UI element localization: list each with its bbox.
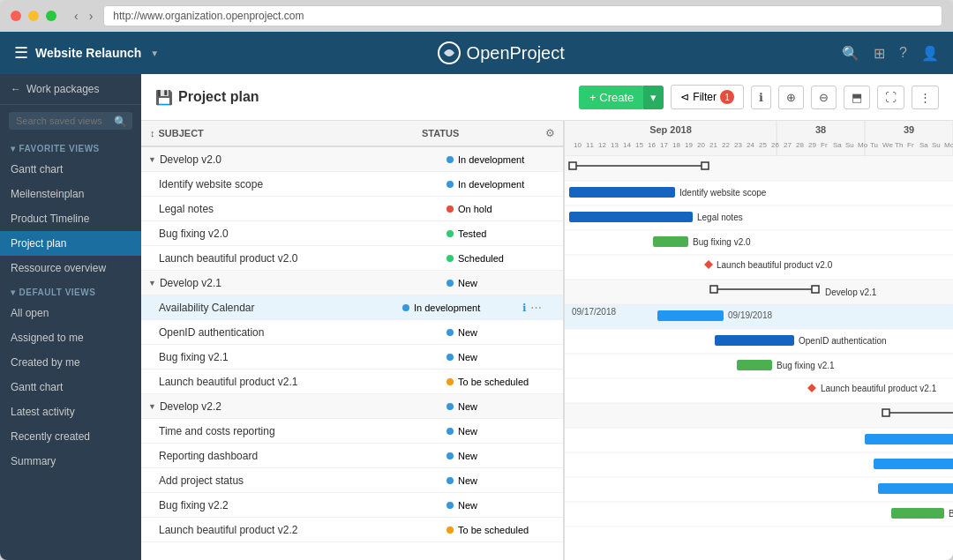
group-toggle[interactable]: ▼ bbox=[148, 279, 156, 287]
project-dropdown-arrow[interactable]: ▼ bbox=[150, 49, 159, 58]
sidebar-item-gantt-chart-2[interactable]: Gantt chart bbox=[0, 375, 141, 399]
task-status: On hold bbox=[439, 200, 563, 218]
status-label: To be scheduled bbox=[458, 377, 529, 387]
table-row[interactable]: Availability Calendar In development ℹ ⋯ bbox=[141, 295, 563, 320]
project-name[interactable]: Website Relaunch bbox=[35, 46, 141, 60]
task-subject: Identify website scope bbox=[141, 175, 439, 194]
top-bar: ☰ Website Relaunch ▼ OpenProject 🔍 ⊞ ? 👤 bbox=[0, 32, 953, 74]
sidebar-item-label: Ressource overview bbox=[11, 262, 106, 274]
table-row[interactable]: Launch beautiful product v2.2 To be sche… bbox=[141, 518, 563, 542]
week-label-39: 39 bbox=[904, 124, 914, 135]
sidebar-item-all-open[interactable]: All open bbox=[0, 301, 141, 325]
export-button[interactable]: ⬒ bbox=[844, 86, 870, 109]
svg-text:We: We bbox=[882, 141, 893, 149]
table-row[interactable]: OpenID authentication New bbox=[141, 320, 563, 345]
task-label: Develop v2.1 bbox=[160, 277, 221, 289]
user-icon[interactable]: 👤 bbox=[921, 45, 939, 62]
sidebar-item-product-timeline[interactable]: Product Timeline bbox=[0, 206, 141, 231]
table-row[interactable]: Reporting dashboard New bbox=[141, 444, 563, 468]
col-settings-header[interactable]: ⚙ bbox=[537, 121, 563, 146]
group-toggle[interactable]: ▼ bbox=[148, 402, 156, 411]
filter-count-badge: 1 bbox=[720, 90, 734, 104]
task-label: Develop v2.2 bbox=[160, 400, 221, 413]
table-row[interactable]: Launch beautiful product v2.1 To be sche… bbox=[141, 370, 563, 394]
gantt-bar-label: Legal notes bbox=[697, 213, 743, 222]
status-label: In development bbox=[458, 154, 524, 165]
sidebar-item-created-by-me[interactable]: Created by me bbox=[0, 350, 141, 375]
table-row[interactable]: Add project status New bbox=[141, 468, 563, 493]
zoom-in-button[interactable]: ⊕ bbox=[778, 86, 804, 109]
filter-button[interactable]: ⊲ Filter 1 bbox=[671, 85, 744, 109]
gantt-bar bbox=[569, 187, 675, 198]
apps-icon[interactable]: ⊞ bbox=[874, 45, 885, 62]
gantt-bar bbox=[874, 459, 953, 469]
task-subject: Time and costs reporting bbox=[141, 422, 439, 441]
gantt-group-label: Develop v2.1 bbox=[825, 287, 877, 297]
more-options-button[interactable]: ⋮ bbox=[912, 86, 939, 109]
table-row[interactable]: ▼ Develop v2.1 New bbox=[141, 271, 563, 295]
svg-rect-65 bbox=[565, 526, 953, 544]
svg-text:22: 22 bbox=[722, 141, 730, 149]
content-area: 💾 Project plan + Create ▾ ⊲ Filter 1 bbox=[141, 74, 953, 560]
sidebar-item-ressource-overview[interactable]: Ressource overview bbox=[0, 256, 141, 280]
table-row[interactable]: Identify website scope In development bbox=[141, 172, 563, 197]
sidebar-item-gantt-chart-1[interactable]: Gantt chart bbox=[0, 157, 141, 182]
group-toggle[interactable]: ▼ bbox=[148, 155, 156, 164]
task-subject: Bug fixing v2.1 bbox=[141, 347, 439, 367]
table-row[interactable]: ▼ Develop v2.2 New bbox=[141, 394, 563, 419]
url-bar[interactable]: http://www.organization.openproject.com bbox=[103, 5, 942, 26]
table-row[interactable]: ▼ Develop v2.0 In development bbox=[141, 147, 563, 172]
sidebar-item-label: Gantt chart bbox=[11, 381, 63, 393]
table-row[interactable]: Bug fixing v2.1 New bbox=[141, 345, 563, 370]
svg-text:15: 15 bbox=[635, 141, 643, 149]
search-icon[interactable]: 🔍 bbox=[842, 45, 859, 62]
sidebar-item-assigned-to-me[interactable]: Assigned to me bbox=[0, 325, 141, 350]
sidebar-item-project-plan[interactable]: Project plan bbox=[0, 231, 141, 256]
maximize-button[interactable] bbox=[46, 11, 56, 21]
more-icon[interactable]: ⋯ bbox=[530, 301, 542, 314]
hamburger-button[interactable]: ☰ bbox=[14, 43, 28, 63]
back-arrow[interactable]: ‹ bbox=[71, 7, 82, 25]
sidebar-item-label: Project plan bbox=[11, 237, 66, 250]
status-label: In development bbox=[414, 302, 480, 313]
gantt-bar bbox=[737, 360, 772, 370]
svg-rect-55 bbox=[565, 280, 953, 304]
create-dropdown-button[interactable]: ▾ bbox=[643, 86, 664, 109]
create-button[interactable]: + Create bbox=[579, 86, 644, 109]
svg-rect-50 bbox=[565, 156, 953, 181]
table-row[interactable]: Launch beautiful product v2.0 Scheduled bbox=[141, 246, 563, 271]
svg-text:21: 21 bbox=[709, 141, 717, 149]
minimize-button[interactable] bbox=[28, 11, 39, 21]
task-status: New bbox=[439, 447, 563, 465]
fullscreen-button[interactable]: ⛶ bbox=[877, 86, 904, 109]
task-status: New bbox=[439, 348, 563, 366]
sidebar-back-button[interactable]: ← Work packages bbox=[0, 74, 141, 105]
sidebar-search-icon: 🔍 bbox=[114, 116, 127, 128]
info-icon[interactable]: ℹ bbox=[522, 302, 527, 314]
sidebar-item-label: All open bbox=[11, 307, 49, 319]
table-row[interactable]: Bug fixing v2.0 Tested bbox=[141, 221, 563, 246]
sidebar-item-meilensteinplan[interactable]: Meilensteinplan bbox=[0, 182, 141, 206]
sidebar-item-latest-activity[interactable]: Latest activity bbox=[0, 399, 141, 424]
task-status: New bbox=[439, 472, 563, 489]
table-row[interactable]: Time and costs reporting New bbox=[141, 419, 563, 444]
status-dot bbox=[446, 280, 454, 287]
nav-arrows: ‹ › bbox=[71, 7, 96, 25]
close-button[interactable] bbox=[11, 11, 21, 21]
gantt-bar bbox=[569, 212, 693, 222]
table-row[interactable]: Bug fixing v2.2 New bbox=[141, 493, 563, 518]
task-status: New bbox=[439, 497, 563, 514]
help-icon[interactable]: ? bbox=[899, 45, 907, 61]
forward-arrow[interactable]: › bbox=[86, 7, 97, 25]
sidebar-item-summary[interactable]: Summary bbox=[0, 449, 141, 474]
svg-text:Fr: Fr bbox=[821, 141, 828, 149]
info-button[interactable]: ℹ bbox=[751, 86, 771, 109]
sidebar-default-header: ▾ DEFAULT VIEWS bbox=[0, 280, 141, 301]
sort-icon: ↕ bbox=[150, 128, 155, 138]
status-dot bbox=[446, 526, 454, 534]
sidebar-item-recently-created[interactable]: Recently created bbox=[0, 424, 141, 449]
svg-text:Tu: Tu bbox=[870, 141, 878, 149]
zoom-out-button[interactable]: ⊖ bbox=[811, 86, 837, 109]
task-subject: Launch beautiful product v2.1 bbox=[141, 372, 439, 392]
table-row[interactable]: Legal notes On hold bbox=[141, 197, 563, 221]
